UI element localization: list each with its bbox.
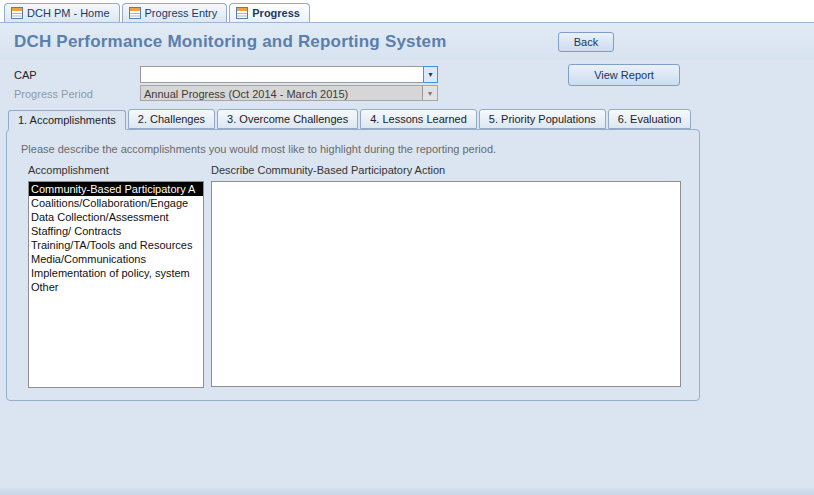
- tab-accomplishments[interactable]: 1. Accomplishments: [8, 110, 126, 130]
- list-item[interactable]: Training/TA/Tools and Resources: [29, 238, 203, 252]
- progress-period-combobox: Annual Progress (Oct 2014 - March 2015) …: [140, 85, 438, 101]
- form-icon: [11, 7, 23, 19]
- dropdown-arrow-icon: ▾: [422, 86, 437, 100]
- accomplishment-listbox[interactable]: Community-Based Participatory A Coalitio…: [28, 181, 204, 388]
- describe-textarea[interactable]: [211, 181, 681, 387]
- section-tab-strip: 1. Accomplishments 2. Challenges 3. Over…: [0, 108, 814, 129]
- view-report-button[interactable]: View Report: [568, 64, 680, 86]
- application-window: DCH PM - Home Progress Entry Progress DC…: [0, 0, 814, 495]
- tab-lessons-learned[interactable]: 4. Lessons Learned: [360, 109, 477, 129]
- accomplishment-list-label: Accomplishment: [28, 164, 204, 181]
- instruction-text: Please describe the accomplishments you …: [7, 130, 699, 155]
- progress-period-label: Progress Period: [14, 88, 93, 100]
- background-area: [0, 401, 814, 495]
- cap-combobox[interactable]: ▾: [140, 66, 438, 83]
- form-header: DCH Performance Monitoring and Reporting…: [0, 23, 814, 60]
- accomplishments-panel: Please describe the accomplishments you …: [6, 129, 700, 401]
- doc-tab-progress-entry[interactable]: Progress Entry: [122, 3, 228, 22]
- page-title: DCH Performance Monitoring and Reporting…: [14, 32, 558, 52]
- describe-column: Describe Community-Based Participatory A…: [211, 164, 681, 391]
- progress-period-value: Annual Progress (Oct 2014 - March 2015): [141, 86, 422, 100]
- list-item[interactable]: Community-Based Participatory A: [29, 182, 203, 196]
- cap-label: CAP: [14, 69, 37, 81]
- tab-priority-populations[interactable]: 5. Priority Populations: [479, 109, 606, 129]
- list-item[interactable]: Coalitions/Collaboration/Engage: [29, 196, 203, 210]
- panel-columns: Accomplishment Community-Based Participa…: [7, 155, 699, 391]
- document-tab-bar: DCH PM - Home Progress Entry Progress: [0, 0, 814, 23]
- dropdown-arrow-icon: ▾: [423, 66, 438, 83]
- back-button[interactable]: Back: [558, 32, 614, 52]
- doc-tab-progress[interactable]: Progress: [229, 3, 310, 22]
- form-icon: [236, 7, 248, 19]
- list-item[interactable]: Implementation of policy, system: [29, 266, 203, 280]
- bottom-edge: [0, 488, 814, 495]
- doc-tab-label: Progress: [252, 7, 300, 19]
- form-icon: [129, 7, 141, 19]
- describe-label: Describe Community-Based Participatory A…: [211, 164, 681, 181]
- tab-overcome-challenges[interactable]: 3. Overcome Challenges: [217, 109, 358, 129]
- doc-tab-label: DCH PM - Home: [27, 7, 110, 19]
- list-item[interactable]: Media/Communications: [29, 252, 203, 266]
- doc-tab-dch-pm-home[interactable]: DCH PM - Home: [4, 3, 120, 22]
- list-item[interactable]: Other: [29, 280, 203, 294]
- filter-section: CAP ▾ View Report Progress Period Annual…: [0, 60, 814, 108]
- tab-challenges[interactable]: 2. Challenges: [128, 109, 215, 129]
- accomplishment-column: Accomplishment Community-Based Participa…: [28, 164, 204, 391]
- list-item[interactable]: Staffing/ Contracts: [29, 224, 203, 238]
- cap-combobox-value: [141, 67, 424, 82]
- list-item[interactable]: Data Collection/Assessment: [29, 210, 203, 224]
- doc-tab-label: Progress Entry: [145, 7, 218, 19]
- form-body: CAP ▾ View Report Progress Period Annual…: [0, 60, 814, 495]
- tab-evaluation[interactable]: 6. Evaluation: [608, 109, 692, 129]
